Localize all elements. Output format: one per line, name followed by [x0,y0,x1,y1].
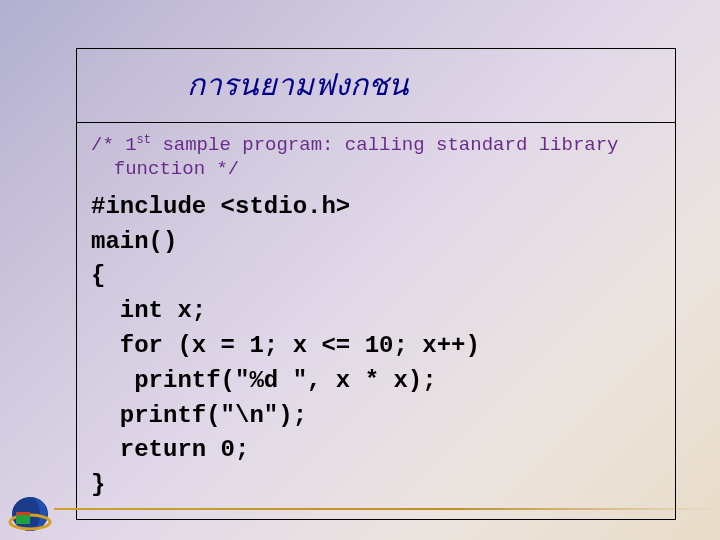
logo-icon [8,492,52,534]
body-row: /* 1st sample program: calling standard … [77,123,675,519]
footer-divider [54,508,720,510]
code-comment: /* 1st sample program: calling standard … [91,133,661,182]
slide-title: การนยามฟงกชน [187,68,409,101]
comment-prefix: /* 1 [91,134,137,156]
code-block: #include <stdio.h> main() { int x; for (… [91,190,661,503]
title-row: การนยามฟงกชน [77,49,675,123]
comment-rest: sample program: calling standard library… [91,134,619,180]
svg-rect-3 [16,512,30,515]
comment-superscript: st [137,133,151,147]
content-frame: การนยามฟงกชน /* 1st sample program: call… [76,48,676,520]
